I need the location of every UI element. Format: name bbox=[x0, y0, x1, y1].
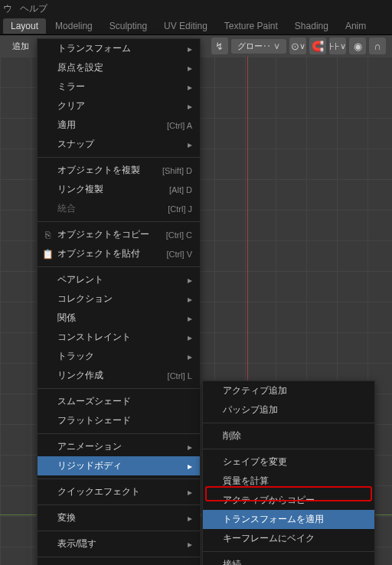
separator bbox=[38, 478, 200, 479]
menu-item-label: コレクション bbox=[57, 292, 113, 305]
shortcut-label: [Ctrl] A bbox=[167, 121, 192, 130]
transform-orientation-dropdown[interactable]: グロー‥ ∨ bbox=[231, 39, 286, 54]
submenu-arrow-icon: ▸ bbox=[188, 539, 192, 550]
submenu-arrow-icon: ▸ bbox=[188, 487, 192, 498]
submenu-arrow-icon: ▸ bbox=[188, 44, 192, 54]
menu-item[interactable]: トラック▸ bbox=[38, 347, 200, 366]
menu-item-label: 削除 bbox=[223, 429, 241, 443]
menu-item[interactable]: リンク作成[Ctrl] L bbox=[38, 366, 200, 385]
transform-orientation-icon[interactable]: ↯ bbox=[211, 38, 228, 54]
separator bbox=[203, 551, 374, 552]
submenu-arrow-icon: ▸ bbox=[188, 294, 192, 305]
submenu-arrow-icon: ▸ bbox=[188, 139, 192, 150]
proportional-falloff-dropdown[interactable]: ∩ bbox=[369, 38, 386, 54]
menu-item[interactable]: クリア▸ bbox=[38, 96, 200, 116]
menu-item[interactable]: 原点を設定▸ bbox=[38, 58, 200, 77]
shortcut-label: [Ctrl] C bbox=[166, 230, 192, 240]
menu-item[interactable]: シェイプを変更 bbox=[203, 452, 374, 472]
menu-item-label: 原点を設定 bbox=[57, 61, 103, 74]
menu-item-label: パッシブ追加 bbox=[223, 403, 278, 416]
menu-item[interactable]: コンストレイント▸ bbox=[38, 328, 200, 347]
menu-item-label: 表示/隠す bbox=[57, 537, 96, 550]
menu-item-icon: ⎘ bbox=[42, 230, 53, 240]
menu-item-label: クイックエフェクト bbox=[57, 485, 140, 498]
shortcut-label: [Ctrl] J bbox=[168, 204, 192, 214]
menu-item-label: オブジェクトをコピー bbox=[57, 228, 149, 241]
proportional-edit-toggle[interactable]: ◉ bbox=[349, 38, 366, 54]
menu-item[interactable]: 質量を計算 bbox=[203, 472, 374, 491]
menu-item-label: 関係 bbox=[57, 312, 76, 325]
menu-item-label: ミラー bbox=[57, 80, 85, 93]
menu-item[interactable]: 変換▸ bbox=[38, 508, 200, 527]
tab-sculpting[interactable]: Sculpting bbox=[102, 18, 155, 34]
separator bbox=[38, 157, 200, 158]
tab-texture-paint[interactable]: Texture Paint bbox=[217, 18, 286, 34]
separator bbox=[203, 423, 374, 423]
menu-item-label: 接続 bbox=[223, 558, 241, 565]
menu-item[interactable]: 削除 bbox=[38, 560, 200, 565]
shortcut-label: [Shift] D bbox=[162, 166, 192, 175]
menu-item[interactable]: スムーズシェード bbox=[38, 392, 200, 411]
submenu-arrow-icon: ▸ bbox=[188, 351, 192, 362]
menu-item-label: 適用 bbox=[57, 119, 76, 132]
submenu-arrow-icon: ▸ bbox=[188, 313, 192, 324]
menu-item[interactable]: トランスフォームを適用 bbox=[203, 510, 374, 529]
menu-item[interactable]: 📋オブジェクトを貼付[Ctrl] V bbox=[38, 244, 200, 263]
menu-item-label: リンク作成 bbox=[57, 369, 103, 382]
tab-shading[interactable]: Shading bbox=[287, 18, 336, 34]
menu-item[interactable]: クイックエフェクト▸ bbox=[38, 482, 200, 501]
menu-item[interactable]: アクティブからコピー bbox=[203, 491, 374, 510]
menu-item[interactable]: パッシブ追加 bbox=[203, 400, 374, 420]
menu-item-label: オブジェクトを複製 bbox=[57, 164, 140, 177]
separator bbox=[38, 388, 200, 389]
snap-toggle[interactable]: 🧲 bbox=[309, 38, 326, 54]
menu-item[interactable]: 削除 bbox=[203, 426, 374, 446]
menu-item-label: オブジェクトを貼付 bbox=[57, 247, 140, 260]
tab-modeling[interactable]: Modeling bbox=[47, 18, 100, 34]
separator bbox=[38, 557, 200, 557]
pivot-point-dropdown[interactable]: ⊙∨ bbox=[289, 38, 306, 54]
menu-item-label: 質量を計算 bbox=[223, 475, 269, 488]
menu-item-label: トラック bbox=[57, 350, 94, 363]
tab-uv-editing[interactable]: UV Editing bbox=[156, 18, 215, 34]
menu-help[interactable]: ヘルプ bbox=[20, 2, 47, 15]
menu-item[interactable]: スナップ▸ bbox=[38, 135, 200, 154]
menu-item-label: アニメーション bbox=[57, 440, 122, 453]
menu-item-label: アクティブ追加 bbox=[223, 384, 287, 397]
menu-item[interactable]: アクティブ追加 bbox=[203, 381, 374, 400]
workspace-tabs: LayoutModelingSculptingUV EditingTexture… bbox=[0, 17, 392, 35]
menu-item[interactable]: アニメーション▸ bbox=[38, 437, 200, 456]
shortcut-label: [Alt] D bbox=[169, 185, 192, 194]
menu-view[interactable]: ウ bbox=[3, 2, 12, 15]
menu-item[interactable]: ペアレント▸ bbox=[38, 270, 200, 289]
menu-item[interactable]: コレクション▸ bbox=[38, 289, 200, 309]
add-menu[interactable]: 追加 bbox=[6, 39, 35, 54]
menu-item[interactable]: トランスフォーム▸ bbox=[38, 39, 200, 58]
menu-item[interactable]: 適用[Ctrl] A bbox=[38, 116, 200, 135]
separator bbox=[38, 433, 200, 434]
menu-item[interactable]: ⎘オブジェクトをコピー[Ctrl] C bbox=[38, 225, 200, 244]
menu-item[interactable]: ミラー▸ bbox=[38, 77, 200, 96]
shortcut-label: [Ctrl] V bbox=[166, 250, 192, 259]
tab-layout[interactable]: Layout bbox=[3, 18, 46, 34]
submenu-arrow-icon: ▸ bbox=[188, 82, 192, 93]
menu-item[interactable]: 接続 bbox=[203, 555, 374, 565]
shortcut-label: [Ctrl] L bbox=[168, 371, 192, 380]
menu-item[interactable]: リジッドボディ▸ bbox=[38, 456, 200, 475]
menu-item-label: フラットシェード bbox=[57, 414, 131, 427]
tab-anim[interactable]: Anim bbox=[338, 18, 374, 34]
menu-item: 統合[Ctrl] J bbox=[38, 199, 200, 218]
separator bbox=[203, 449, 374, 449]
menu-item[interactable]: フラットシェード bbox=[38, 411, 200, 430]
menu-item[interactable]: 関係▸ bbox=[38, 309, 200, 328]
snap-dropdown[interactable]: ⊦⊦∨ bbox=[329, 38, 346, 54]
menu-item[interactable]: オブジェクトを複製[Shift] D bbox=[38, 161, 200, 180]
submenu-arrow-icon: ▸ bbox=[188, 275, 192, 286]
menu-item-label: リンク複製 bbox=[57, 183, 103, 196]
menu-item-icon: 📋 bbox=[42, 249, 53, 260]
submenu-arrow-icon: ▸ bbox=[188, 442, 192, 452]
separator bbox=[38, 505, 200, 505]
menu-item[interactable]: キーフレームにベイク bbox=[203, 529, 374, 548]
menu-item[interactable]: リンク複製[Alt] D bbox=[38, 180, 200, 199]
menu-item[interactable]: 表示/隠す▸ bbox=[38, 534, 200, 554]
